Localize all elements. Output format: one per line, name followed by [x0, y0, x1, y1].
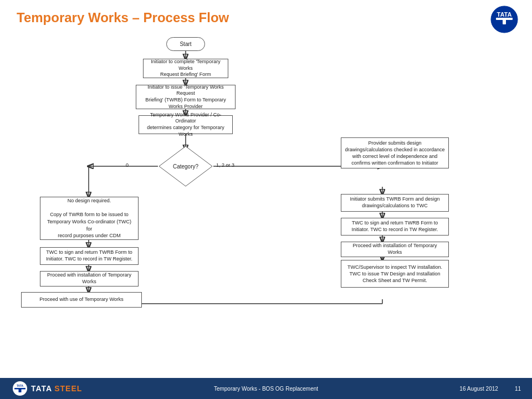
- footer-date: 16 August 2012: [459, 386, 498, 392]
- box2-text: Initiator to issue 'Temporary Works Requ…: [140, 84, 232, 110]
- tata-text: TATA: [31, 384, 52, 393]
- diamond-category: Category?: [158, 145, 213, 187]
- svg-text:TATA: TATA: [17, 384, 24, 387]
- box-1: Initiator to complete 'Temporary WorksRe…: [143, 59, 228, 78]
- box-3: Temporary Works Provider / Co-Ordinatord…: [139, 115, 233, 134]
- box-right-3: TWC to sign and return TWRB Form toIniti…: [341, 218, 449, 236]
- svg-rect-25: [19, 388, 22, 392]
- box-right-2-text: Initiator submits TWRB Form and designdr…: [350, 196, 440, 209]
- box-left-4-text: Proceed with use of Temporary Works: [39, 296, 124, 303]
- diamond-label-123: 1, 2 or 3: [216, 162, 234, 168]
- diamond-label-0: 0: [126, 162, 129, 168]
- start-oval: Start: [166, 37, 205, 51]
- box-right-2: Initiator submits TWRB Form and designdr…: [341, 194, 449, 212]
- tata-steel-logo: TATA TATA STEEL: [11, 381, 82, 396]
- box-left-3: Proceed with installation of TemporaryWo…: [40, 271, 139, 287]
- page-title: Temporary Works – Process Flow: [17, 10, 229, 25]
- box-right-5: TWC/Supervisor to inspect TW installatio…: [341, 260, 449, 288]
- box-right-4-text: Proceed with installation of TemporaryWo…: [353, 243, 437, 255]
- box-right-top: Provider submits designdrawings/calculat…: [341, 137, 449, 168]
- box-right-5-text: TWC/Supervisor to inspect TW installatio…: [347, 264, 442, 284]
- footer-page-number: 11: [515, 386, 521, 392]
- box-left-2: TWC to sign and return TWRB Form toIniti…: [40, 247, 139, 265]
- box-right-4: Proceed with installation of TemporaryWo…: [341, 242, 449, 257]
- box-left-top: No design required.Copy of TWRB form to …: [40, 197, 139, 240]
- svg-text:TATA: TATA: [497, 11, 512, 18]
- box-left-3-text: Proceed with installation of TemporaryWo…: [47, 272, 131, 285]
- box-left-top-text: No design required.Copy of TWRB form to …: [44, 197, 135, 239]
- box-right-top-text: Provider submits designdrawings/calculat…: [345, 140, 444, 167]
- tata-logo: TATA: [488, 6, 521, 33]
- box-left-4: Proceed with use of Temporary Works: [21, 292, 142, 308]
- box1-text: Initiator to complete 'Temporary WorksRe…: [147, 59, 224, 78]
- box-2: Initiator to issue 'Temporary Works Requ…: [136, 85, 236, 109]
- diamond-text: Category?: [173, 163, 198, 170]
- box-left-2-text: TWC to sign and return TWRB Form toIniti…: [46, 249, 132, 262]
- svg-rect-3: [503, 18, 506, 24]
- box-right-3-text: TWC to sign and return TWRB Form toIniti…: [351, 220, 438, 233]
- box3-text: Temporary Works Provider / Co-Ordinatord…: [142, 112, 229, 138]
- footer-center-text: Temporary Works - BOS OG Replacement: [214, 386, 318, 392]
- footer: TATA TATA STEEL Temporary Works - BOS OG…: [0, 378, 532, 399]
- start-label: Start: [180, 41, 191, 47]
- steel-text: STEEL: [54, 384, 82, 393]
